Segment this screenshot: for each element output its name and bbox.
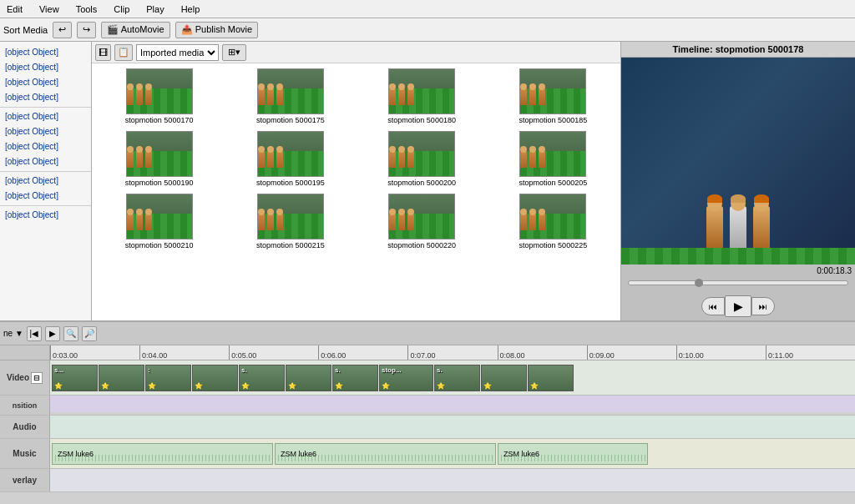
video-clip-4[interactable]: s.	[239, 365, 285, 391]
video-clip-10[interactable]	[528, 365, 574, 391]
ruler-mark-3: 0:06.00	[318, 345, 407, 360]
track-label-overlay: verlay	[0, 469, 50, 491]
automovie-icon: 🎬	[107, 24, 119, 34]
video-clip-8[interactable]: s.	[434, 365, 480, 391]
media-item-6[interactable]: stopmotion 5000200	[360, 131, 484, 187]
media-thumb-4	[126, 131, 193, 177]
video-clip-3[interactable]	[192, 365, 238, 391]
media-item-9[interactable]: stopmotion 5000215	[228, 194, 352, 249]
menu-tools[interactable]: Tools	[73, 3, 101, 15]
track-content-transition[interactable]	[50, 396, 855, 412]
publish-button[interactable]: 📤 Publish Movie	[175, 22, 259, 38]
media-item-0[interactable]: stopmotion 5000170	[97, 68, 221, 124]
media-thumb-5	[257, 131, 324, 177]
track-content-audio[interactable]	[50, 416, 855, 438]
video-clip-7[interactable]: stop...	[379, 365, 433, 391]
media-item-5[interactable]: stopmotion 5000195	[228, 131, 352, 187]
video-clip-0[interactable]: s...	[52, 365, 98, 391]
media-label-0: stopmotion 5000170	[125, 116, 194, 124]
media-thumb-3	[519, 68, 586, 114]
preview-scrubber	[621, 277, 855, 292]
video-clip-9[interactable]	[481, 365, 527, 391]
media-item-7[interactable]: stopmotion 5000205	[491, 131, 615, 187]
media-label-5: stopmotion 5000195	[256, 179, 325, 187]
sidebar-item-audio[interactable]: [object Object]	[0, 90, 91, 105]
sort-media-label: Sort Media	[3, 25, 48, 35]
track-label-audio: Audio	[0, 416, 50, 438]
media-item-2[interactable]: stopmotion 5000180	[360, 68, 484, 124]
media-label-3: stopmotion 5000185	[519, 116, 588, 124]
media-panel-icon-btn[interactable]: 🎞	[95, 44, 111, 61]
preview-title: Timeline: stopmotion 5000178	[621, 42, 855, 58]
timeline-ruler: 0:03.00 0:04.00 0:05.00 0:06.00 0:07.00 …	[50, 345, 855, 360]
sidebar-item-cd[interactable]: [object Object]	[0, 208, 91, 223]
music-clip-2[interactable]: ZSM luke6	[498, 443, 648, 465]
media-label-4: stopmotion 5000190	[125, 179, 194, 187]
media-view-toggle[interactable]: ⊞▾	[222, 44, 246, 61]
track-content-overlay[interactable]	[50, 469, 855, 491]
preview-figure-hair-2	[731, 194, 746, 203]
track-content-music[interactable]: ZSM luke6 ZSM luke6 ZSM luke6	[50, 439, 855, 468]
preview-video-content	[621, 58, 855, 265]
tl-play-button[interactable]: ▶	[45, 326, 60, 341]
music-clip-label-0: ZSM luke6	[58, 450, 94, 458]
sidebar-item-credits[interactable]: [object Object]	[0, 154, 91, 169]
track-expand-video[interactable]: ⊟	[31, 372, 43, 384]
menu-help[interactable]: Help	[178, 3, 204, 15]
ruler-mark-1: 0:04.00	[139, 345, 229, 360]
undo-button[interactable]: ↩	[53, 22, 72, 38]
sidebar-item-camera[interactable]: [object Object]	[0, 45, 91, 60]
music-clip-0[interactable]: ZSM luke6	[52, 443, 273, 465]
music-clip-1[interactable]: ZSM luke6	[275, 443, 496, 465]
sidebar-item-transitions[interactable]: [object Object]	[0, 139, 91, 154]
track-label-transition: nsition	[0, 396, 50, 415]
media-item-10[interactable]: stopmotion 5000220	[360, 194, 484, 249]
preview-figures	[706, 206, 770, 248]
ruler-row: 0:03.00 0:04.00 0:05.00 0:06.00 0:07.00 …	[0, 345, 855, 360]
sidebar-item-tures[interactable]: [object Object]	[0, 75, 91, 90]
media-filter-dropdown[interactable]: Imported media	[136, 44, 219, 61]
menu-view[interactable]: View	[36, 3, 63, 15]
scrubber-thumb[interactable]	[695, 279, 703, 287]
sidebar-item-imported[interactable]: [object Object]	[0, 109, 91, 124]
preview-panel: Timeline: stopmotion 5000178 0:00:18.3	[621, 42, 855, 320]
redo-button[interactable]: ↪	[77, 22, 96, 38]
video-clip-1[interactable]	[99, 365, 144, 391]
tl-zoom-in-button[interactable]: 🔍	[63, 326, 78, 341]
media-item-11[interactable]: stopmotion 5000225	[491, 194, 615, 249]
automovie-button[interactable]: 🎬 AutoMovie	[101, 22, 169, 38]
ruler-mark-5: 0:08.00	[498, 345, 587, 360]
media-thumb-10	[388, 194, 455, 239]
preview-lego-base	[621, 248, 855, 265]
track-content-video[interactable]: s... : s. s. stop... s.	[50, 360, 855, 395]
menu-clip[interactable]: Clip	[110, 3, 133, 15]
media-item-3[interactable]: stopmotion 5000185	[491, 68, 615, 124]
menu-play[interactable]: Play	[143, 3, 167, 15]
tl-zoom-out-button[interactable]: 🔎	[82, 326, 97, 341]
step-back-button[interactable]: ⏮	[701, 297, 725, 315]
media-thumb-9	[257, 194, 324, 239]
media-item-4[interactable]: stopmotion 5000190	[97, 131, 221, 187]
timeline-content: 0:03.00 0:04.00 0:05.00 0:06.00 0:07.00 …	[0, 345, 855, 504]
video-clip-6[interactable]: s.	[332, 365, 378, 391]
sidebar-item-computer[interactable]: [object Object]	[0, 189, 91, 204]
video-clip-2[interactable]: :	[145, 365, 191, 391]
media-item-1[interactable]: stopmotion 5000175	[228, 68, 352, 124]
video-clip-5[interactable]	[286, 365, 331, 391]
sidebar-item-to[interactable]: [object Object]	[0, 174, 91, 189]
media-label-6: stopmotion 5000200	[387, 179, 456, 187]
media-panel-icon-btn2[interactable]: 📋	[114, 44, 133, 61]
scrubber-track[interactable]	[628, 280, 848, 285]
track-audio: Audio	[0, 416, 855, 439]
play-button[interactable]: ▶	[725, 295, 751, 317]
music-clip-label-2: ZSM luke6	[503, 450, 539, 458]
ruler-mark-0: 0:03.00	[50, 345, 139, 360]
tl-start-button[interactable]: |◀	[27, 326, 42, 341]
step-forward-button[interactable]: ⏭	[751, 297, 775, 315]
media-panel-toolbar: 🎞 📋 Imported media ⊞▾	[92, 42, 620, 63]
media-item-8[interactable]: stopmotion 5000210	[97, 194, 221, 249]
ruler-mark-6: 0:09.00	[587, 345, 676, 360]
sidebar-item-cts[interactable]: [object Object]	[0, 124, 91, 139]
menu-edit[interactable]: Edit	[3, 3, 26, 15]
sidebar-item-os[interactable]: [object Object]	[0, 60, 91, 75]
